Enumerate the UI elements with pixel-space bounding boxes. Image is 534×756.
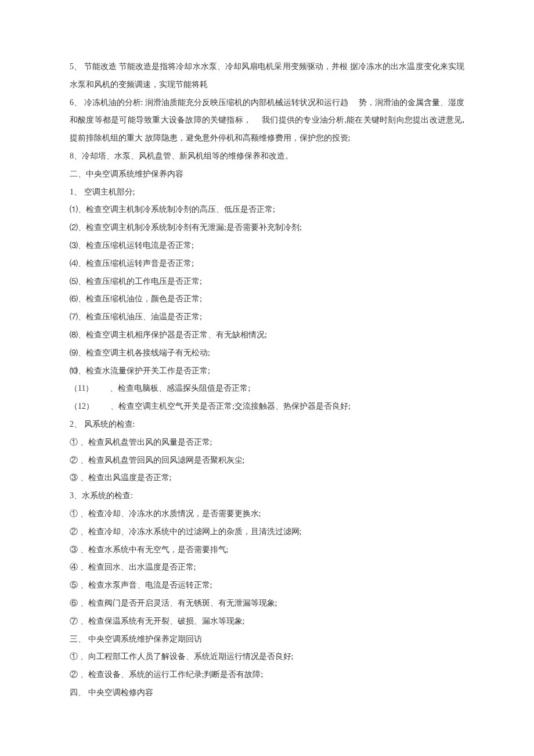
line-14: ⑽、检查水流量保护开关工作是否正常; [70, 362, 464, 380]
line-0: 5、 节能改造 节能改造是指将冷却水水泵、冷却风扇电机采用变频驱动，并根 据冷冻… [70, 58, 464, 94]
line-4: 1、 空调主机部分; [70, 183, 464, 201]
line-1: 6、 冷冻机油的分析: 润滑油质能充分反映压缩机的内部机械运转状况和运行趋 势，… [70, 94, 464, 147]
line-2: 8、冷却塔、水泵、风机盘管、新风机组等的维修保养和改造。 [70, 147, 464, 165]
line-28: ⑦ 、检查保温系统有无开裂、破损、漏水等现象; [70, 613, 464, 631]
line-30: ① 、向工程部工作人员了解设备、系统近期运行情况是否良好; [70, 648, 464, 666]
line-22: ① 、检查冷却、冷冻水的水质情况，是否需要更换水; [70, 505, 464, 523]
line-12: ⑻、检查空调主机相序保护器是否正常、有无缺相情况; [70, 326, 464, 344]
line-15: （11） 、检查电脑板、感温探头阻值是否正常; [70, 380, 464, 398]
line-9: ⑸、检查压缩机的工作电压是否正常; [70, 273, 464, 291]
line-5: ⑴、检查空调主机制冷系统制冷剂的高压、低压是否正常; [70, 201, 464, 219]
line-21: 3、水系统的检查: [70, 487, 464, 505]
line-18: ① 、检查风机盘管出风的风量是否正常; [70, 434, 464, 452]
line-10: ⑹、检查压缩机油位，颜色是否正常; [70, 290, 464, 308]
document-content: 5、 节能改造 节能改造是指将冷却水水泵、冷却风扇电机采用变频驱动，并根 据冷冻… [70, 58, 464, 702]
line-11: ⑺、检查压缩机油压、油温是否正常; [70, 308, 464, 326]
line-17: 2、 风系统的检查: [70, 416, 464, 434]
line-20: ③ 、检查出风温度是否正常; [70, 469, 464, 487]
line-24: ③ 、检查水系统中有无空气，是否需要排气; [70, 541, 464, 559]
line-13: ⑼、检查空调主机各接线端子有无松动; [70, 344, 464, 362]
line-26: ⑤ 、检查水泵声音、电流是否运转正常; [70, 577, 464, 595]
line-16: （12） 、检查空调主机空气开关是否正常;交流接触器、热保护器是否良好; [70, 398, 464, 416]
line-7: ⑶、检查压缩机运转电流是否正常; [70, 237, 464, 255]
line-19: ② 、检查风机盘管回风的回风滤网是否聚积灰尘; [70, 452, 464, 470]
line-25: ④ 、检查回水、出水温度是否正常; [70, 559, 464, 577]
line-23: ② 、检查冷却、冷冻水系统中的过滤网上的杂质，且清洗过滤网; [70, 523, 464, 541]
line-3: 二、中央空调系统维护保养内容 [70, 165, 464, 183]
line-29: 三、 中央空调系统维护保养定期回访 [70, 631, 464, 649]
line-32: 四、 中央空调检修内容 [70, 684, 464, 702]
line-31: ② 、检查设备、系统的运行工作纪录;判断是否有故障; [70, 666, 464, 684]
line-27: ⑥ 、检查阀门是否开启灵活、有无锈斑、有无泄漏等现象; [70, 595, 464, 613]
line-8: ⑷、检查压缩机运转声音是否正常; [70, 255, 464, 273]
line-6: ⑵、检查空调主机制冷系统制冷剂有无泄漏;是否需要补充制冷剂; [70, 219, 464, 237]
